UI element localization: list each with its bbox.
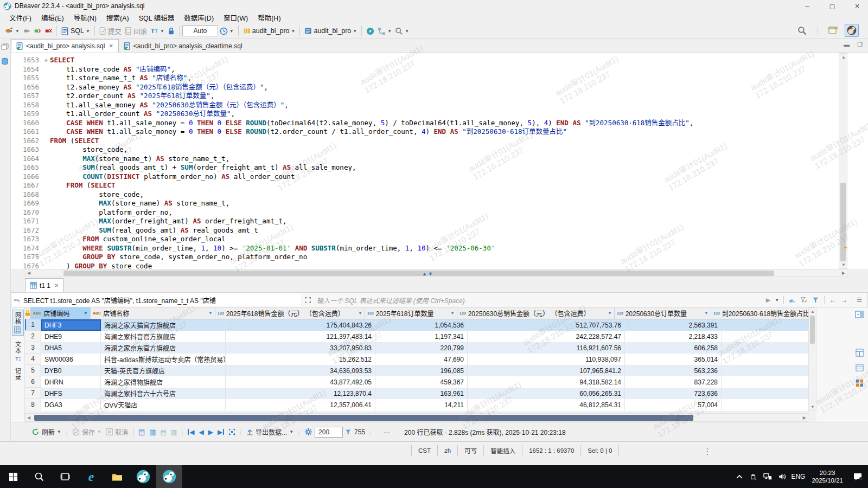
refresh-button[interactable]: 刷新▼ (29, 427, 63, 436)
editor-tab-1[interactable]: <audit_bi_pro> analysis_cleartime.sql (119, 39, 247, 53)
cell-r1c6[interactable]: 0.3 (722, 319, 808, 331)
column-header-5[interactable]: 12320250630总订单数量▼ (615, 307, 711, 319)
column-filter-arrow-icon[interactable]: ▼ (608, 311, 612, 316)
maximize-editor-icon[interactable]: ❒ (857, 41, 863, 48)
filter-back-icon[interactable]: ← (829, 296, 836, 304)
statusbar-menu-icon[interactable]: ⋮ (703, 446, 712, 457)
cell-r3c6[interactable]: 0 (722, 342, 808, 354)
row-number[interactable]: 6 (25, 376, 41, 388)
filter-menu-icon[interactable]: ☰ (857, 297, 862, 304)
filter-count[interactable]: 755 (343, 428, 367, 436)
column-header-1[interactable]: ABC店铺名称▼ (91, 307, 215, 319)
cell-r3c5[interactable]: 606,258 (625, 342, 722, 354)
cell-r7c5[interactable]: 723,636 (625, 388, 722, 399)
language-indicator[interactable]: ENG (789, 465, 807, 488)
sql-editor[interactable]: 1653⊖SELECT1654 t1.store_code AS "店铺编码",… (11, 53, 839, 269)
column-header-0[interactable]: ABC店铺编码▼ (31, 307, 91, 319)
markers-icon[interactable]: ▥ (169, 428, 179, 436)
column-filter-arrow-icon[interactable]: ▼ (450, 311, 455, 316)
presentation-record-tab[interactable]: 记录 (14, 368, 22, 381)
cell-r5c3[interactable]: 196,085 (375, 365, 468, 376)
maximize-button[interactable]: ▢ (821, 0, 843, 12)
cell-r3c0[interactable]: DHA5 (41, 342, 101, 354)
disconnect-button[interactable] (21, 26, 32, 36)
search-metadata-button[interactable]: ▼ (393, 26, 411, 36)
er-diagram-button[interactable]: ▼ (376, 26, 393, 36)
last-row-icon[interactable]: ▶ (215, 428, 226, 436)
cell-r4c6[interactable]: 0.1 (722, 354, 808, 365)
cell-r5c6[interactable]: 0.3 (722, 365, 808, 376)
calc-panel-icon[interactable]: + (856, 349, 864, 359)
cell-r7c6[interactable]: 0.2 (722, 388, 808, 399)
rollback-button[interactable]: 回滚 (123, 25, 149, 37)
cell-r7c0[interactable]: DHFS (41, 388, 101, 399)
filter-history-caret[interactable]: ▼ (775, 298, 779, 303)
minimize-button[interactable]: ─ (796, 0, 818, 12)
cell-r6c0[interactable]: DHRN (41, 376, 101, 388)
filter-funnel-icon[interactable] (812, 297, 820, 304)
cell-r2c1[interactable]: 海澜之家抖音官方旗舰店 (101, 331, 226, 342)
cell-r6c2[interactable]: 43,877,492.05 (226, 376, 375, 388)
cell-r2c3[interactable]: 1,197,341 (375, 331, 468, 342)
sash-maximize-controls[interactable]: ▲▼ (422, 271, 434, 277)
menu-item-1[interactable]: 编辑(E) (36, 11, 69, 24)
menu-item-3[interactable]: 搜索(A) (101, 11, 134, 24)
fetch-size-input[interactable]: 200 (315, 427, 343, 438)
metadata-panel-icon[interactable] (856, 364, 864, 374)
cell-r5c2[interactable]: 34,636,093.53 (226, 365, 375, 376)
apply-filter-icon[interactable]: ▶ (766, 297, 770, 304)
export-data-button[interactable]: 导出数据...▼ (244, 427, 296, 436)
column-filter-arrow-icon[interactable]: ▼ (358, 311, 362, 316)
duplicate-row-icon[interactable]: ▥ (147, 428, 158, 436)
column-filter-arrow-icon[interactable]: ▼ (84, 311, 88, 316)
row-number[interactable]: 5 (25, 365, 41, 376)
cell-r5c4[interactable]: 107,965,841.2 (468, 365, 625, 376)
tray-chevron-icon[interactable] (732, 465, 746, 488)
edit-filter-icon[interactable] (800, 297, 808, 304)
cell-r1c0[interactable]: DHF3 (41, 319, 101, 331)
transaction-history-button[interactable]: ▼ (218, 26, 235, 36)
grid-corner-cell[interactable] (25, 307, 31, 319)
menu-item-4[interactable]: SQL 编辑器 (134, 11, 180, 24)
editor-tab-0[interactable]: <audit_bi_pro> analysis.sql✕ (11, 39, 119, 53)
tab-close-icon[interactable]: ✕ (108, 43, 113, 49)
column-filter-arrow-icon[interactable]: ▼ (704, 311, 709, 316)
connection-selector[interactable]: audit_bi_pro ▼ (241, 26, 297, 36)
cell-r8c6[interactable]: 0 (722, 399, 808, 410)
internet-explorer-button[interactable]: e (78, 465, 104, 488)
cell-r5c1[interactable]: 天猫-英氏官方旗舰店 (101, 365, 226, 376)
column-filter-arrow-icon[interactable]: ▼ (208, 311, 213, 316)
presentation-text-tab[interactable]: 文本 T (14, 341, 22, 362)
row-number[interactable]: 1 (25, 319, 41, 331)
start-button[interactable] (0, 465, 26, 488)
aggregate-panel-icon[interactable] (856, 379, 864, 389)
cell-r2c2[interactable]: 121,397,483.14 (226, 331, 375, 342)
cell-r4c5[interactable]: 365,014 (625, 354, 722, 365)
row-number[interactable]: 2 (25, 331, 41, 342)
database-navigator-icon[interactable] (1, 57, 9, 67)
minimize-editor-icon[interactable]: ▬ (844, 41, 850, 48)
restore-panel-icon[interactable] (1, 42, 9, 52)
row-number[interactable]: 4 (25, 354, 41, 365)
editor-hscrollbar[interactable]: ◀ ▶ (25, 269, 847, 277)
results-tab-close-icon[interactable]: ✕ (54, 282, 59, 288)
cell-r1c3[interactable]: 1,054,536 (375, 319, 468, 331)
cell-r8c4[interactable]: 46,812,854.31 (468, 399, 625, 410)
menu-item-5[interactable]: 数据库(D) (179, 11, 219, 24)
invalidate-button[interactable] (43, 26, 54, 36)
schema-selector[interactable]: audit_bi_pro ▼ (303, 26, 359, 36)
first-row-icon[interactable]: ◀ (186, 428, 196, 436)
cell-r8c0[interactable]: DGA3 (41, 399, 101, 410)
cell-r4c4[interactable]: 110,938,097 (468, 354, 625, 365)
reconnect-button[interactable] (32, 26, 43, 36)
cancel-button[interactable]: 取消 (104, 427, 130, 436)
results-grid[interactable]: ABC店铺编码▼ABC店铺名称▼1232025年618销售金额（元） （包含运费… (25, 307, 808, 411)
commit-mode-select[interactable]: Auto (182, 25, 218, 36)
save-button[interactable]: 保存▼ (70, 427, 104, 436)
cell-r1c1[interactable]: 海澜之家天猫官方旗舰店 (101, 319, 226, 331)
cell-r6c1[interactable]: 海澜之家得物旗舰店 (101, 376, 226, 388)
cell-r5c0[interactable]: DYB0 (41, 365, 101, 376)
lock-button[interactable] (166, 26, 176, 36)
cell-r4c3[interactable]: 47,690 (375, 354, 468, 365)
cell-r4c1[interactable]: 抖音-adidas斯搏兹运动专卖店（常熟贸易） (101, 354, 226, 365)
